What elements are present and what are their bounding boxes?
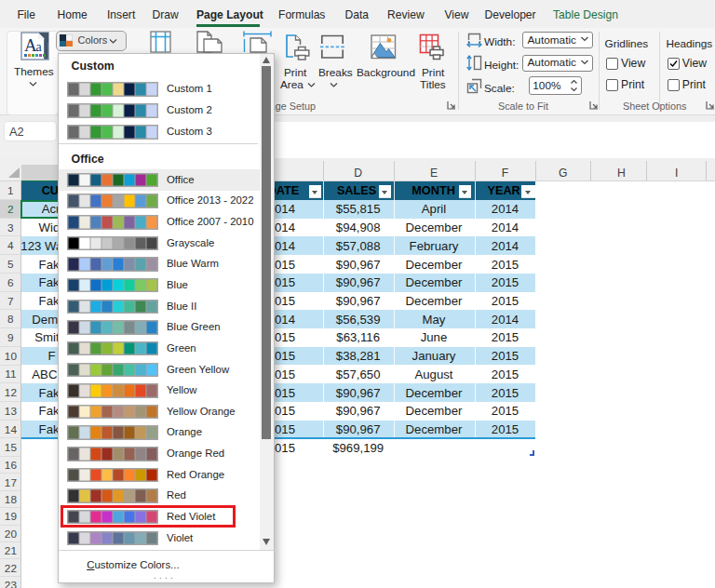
svg-text:a: a bbox=[36, 40, 43, 54]
